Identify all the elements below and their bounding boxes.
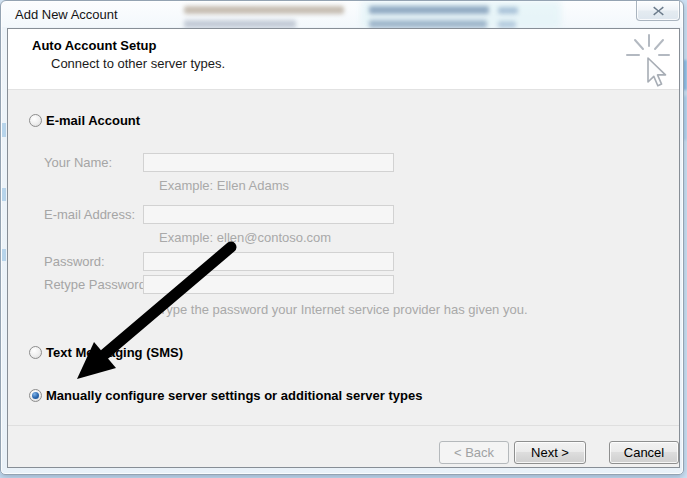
window-title: Add New Account	[15, 7, 118, 22]
your-name-field[interactable]	[143, 153, 394, 172]
wizard-footer: < Back Next > Cancel	[8, 425, 679, 467]
retype-password-field[interactable]	[143, 275, 394, 294]
glass-blur-blob	[498, 21, 516, 28]
cursor-click-icon	[620, 32, 678, 90]
add-new-account-dialog: Add New Account Auto Account Setup Conne…	[0, 0, 684, 475]
email-address-field[interactable]	[143, 205, 394, 224]
glass-edge-highlight	[2, 123, 6, 137]
radio-email-account[interactable]	[29, 114, 42, 127]
glass-blur-blob	[369, 6, 489, 14]
page-title: Auto Account Setup	[32, 38, 156, 53]
glass-edge-highlight	[2, 188, 6, 201]
glass-blur-blob	[498, 7, 518, 14]
page-subtitle: Connect to other server types.	[51, 56, 225, 71]
glass-edge-highlight	[2, 249, 6, 261]
your-name-label: Your Name:	[44, 155, 112, 170]
password-label: Password:	[44, 254, 105, 269]
close-button[interactable]	[636, 1, 680, 21]
radio-manual-configure-label[interactable]: Manually configure server settings or ad…	[46, 388, 422, 403]
dialog-client-area: Auto Account Setup Connect to other serv…	[7, 28, 680, 468]
email-address-label: E-mail Address:	[44, 207, 135, 222]
wizard-header: Auto Account Setup Connect to other serv…	[8, 29, 679, 90]
glass-blur-blob	[369, 20, 487, 28]
your-name-example: Example: Ellen Adams	[159, 178, 289, 193]
back-button[interactable]: < Back	[439, 441, 509, 464]
email-address-example: Example: ellen@contoso.com	[159, 230, 331, 245]
retype-password-label: Retype Password:	[44, 277, 150, 292]
close-icon	[653, 6, 664, 16]
radio-manual-configure[interactable]	[29, 389, 42, 402]
screenshot-root: Add New Account Auto Account Setup Conne…	[0, 0, 687, 478]
radio-email-account-label[interactable]: E-mail Account	[46, 113, 140, 128]
radio-text-messaging[interactable]	[29, 346, 42, 359]
cancel-button[interactable]: Cancel	[609, 441, 679, 464]
password-field[interactable]	[143, 252, 394, 271]
glass-blur-blob	[184, 20, 296, 28]
titlebar[interactable]: Add New Account	[1, 1, 683, 28]
next-button[interactable]: Next >	[514, 441, 586, 464]
glass-blur-blob	[184, 6, 344, 14]
radio-text-messaging-label[interactable]: Text Messaging (SMS)	[46, 345, 183, 360]
password-note: Type the password your Internet service …	[159, 302, 528, 317]
